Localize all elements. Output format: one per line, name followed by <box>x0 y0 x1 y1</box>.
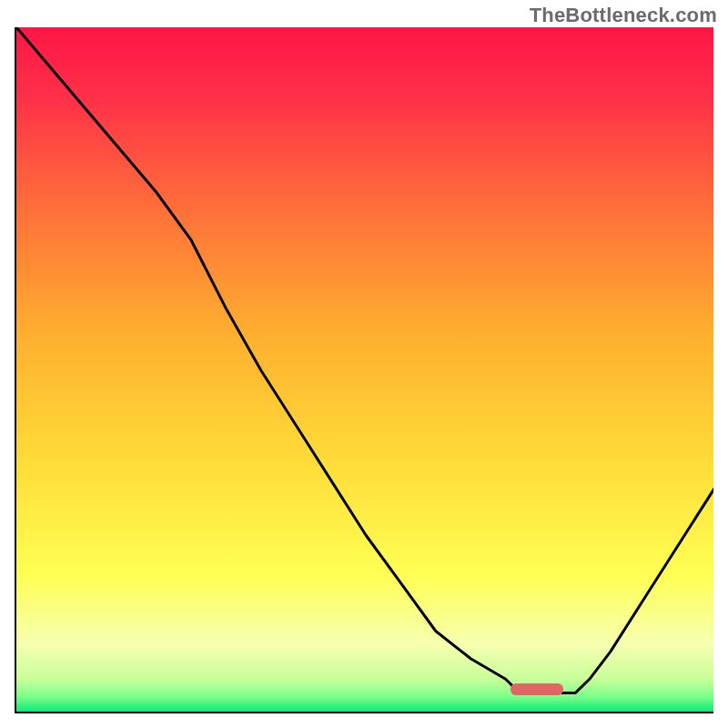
bottleneck-curve <box>16 27 713 713</box>
plot-area <box>15 27 713 713</box>
chart-frame: TheBottleneck.com <box>0 0 728 728</box>
watermark-text: TheBottleneck.com <box>530 4 717 27</box>
optimum-marker <box>511 683 563 695</box>
